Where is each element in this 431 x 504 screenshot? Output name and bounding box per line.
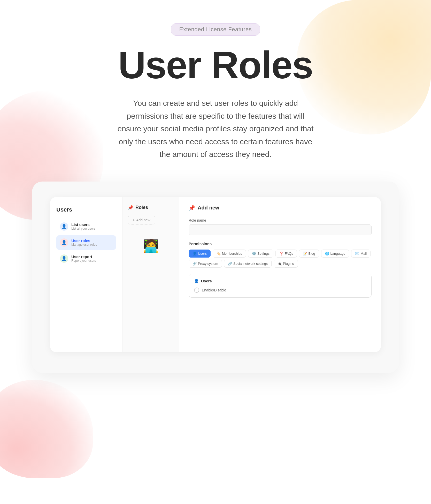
perm-tag-blog[interactable]: 📝 Blog bbox=[299, 250, 319, 258]
permission-box-icon: 👤 bbox=[194, 279, 199, 283]
enable-disable-label: Enable/Disable bbox=[202, 288, 226, 292]
users-tag-icon: 👤 bbox=[193, 252, 197, 255]
list-users-label: List users bbox=[71, 222, 95, 227]
enable-disable-row: Enable/Disable bbox=[194, 288, 366, 293]
roles-title: Roles bbox=[135, 205, 148, 210]
permissions-label: Permissions bbox=[189, 242, 372, 246]
perm-tag-proxy[interactable]: 🔗 Proxy system bbox=[189, 260, 222, 268]
user-report-sub: Report your users bbox=[71, 259, 96, 262]
list-users-sub: List all your users bbox=[71, 227, 95, 230]
perm-tag-plugins[interactable]: 🔌 Plugins bbox=[274, 260, 298, 268]
role-name-label: Role name bbox=[189, 218, 372, 222]
blog-tag-icon: 📝 bbox=[303, 252, 307, 255]
roles-header: 📌 Roles bbox=[128, 205, 174, 210]
sidebar-item-user-report[interactable]: 👤 User report Report your users bbox=[56, 251, 116, 266]
panel-header: 📌 Add new bbox=[189, 205, 372, 211]
panel-header-label: Add new bbox=[198, 205, 219, 211]
sidebar-title: Users bbox=[56, 206, 116, 213]
ui-card: Users 👤 List users List all your users 👤… bbox=[32, 182, 399, 373]
memberships-tag-label: Memberships bbox=[222, 252, 242, 255]
memberships-tag-icon: 🏷️ bbox=[217, 252, 221, 255]
social-tag-label: Social network settings bbox=[233, 262, 268, 266]
page-content: Extended License Features User Roles You… bbox=[0, 0, 431, 373]
sidebar: Users 👤 List users List all your users 👤… bbox=[50, 197, 122, 352]
plugins-tag-label: Plugins bbox=[283, 262, 294, 266]
enable-disable-toggle[interactable] bbox=[194, 288, 199, 293]
faqs-tag-label: FAQs bbox=[285, 252, 293, 255]
sidebar-item-user-roles[interactable]: 👤 User roles Manage user roles bbox=[56, 235, 116, 250]
roles-column: 📌 Roles + Add new 🧑‍💻 bbox=[122, 197, 179, 352]
add-new-role-button[interactable]: + Add new bbox=[128, 216, 155, 224]
user-roles-icon: 👤 bbox=[60, 238, 68, 247]
perm-tag-faqs[interactable]: ❓ FAQs bbox=[275, 250, 297, 258]
settings-tag-icon: ⚙️ bbox=[252, 252, 256, 255]
license-badge: Extended License Features bbox=[171, 23, 260, 36]
panel-pin-icon: 📌 bbox=[189, 205, 195, 211]
permission-box-title: Users bbox=[201, 279, 212, 283]
blog-tag-label: Blog bbox=[308, 252, 315, 255]
list-users-icon: 👤 bbox=[60, 222, 68, 231]
bg-blob-pink-bottom bbox=[0, 380, 93, 478]
plugins-tag-icon: 🔌 bbox=[278, 262, 282, 266]
add-new-panel: 📌 Add new Role name Permissions 👤 Users … bbox=[179, 197, 381, 352]
page-title: User Roles bbox=[118, 46, 313, 84]
roles-empty-state: 🧑‍💻 bbox=[128, 231, 174, 253]
proxy-tag-label: Proxy system bbox=[198, 262, 218, 266]
language-tag-icon: 🌐 bbox=[325, 252, 329, 255]
users-tag-label: Users bbox=[198, 252, 207, 255]
permission-box: 👤 Users Enable/Disable bbox=[189, 274, 372, 298]
ui-inner: Users 👤 List users List all your users 👤… bbox=[50, 197, 381, 352]
proxy-tag-icon: 🔗 bbox=[193, 262, 197, 266]
permissions-tags: 👤 Users 🏷️ Memberships ⚙️ Settings ❓ bbox=[189, 250, 372, 268]
settings-tag-label: Settings bbox=[257, 252, 270, 255]
perm-tag-users[interactable]: 👤 Users bbox=[189, 250, 211, 258]
perm-tag-mail[interactable]: ✉️ Mail bbox=[351, 250, 371, 258]
add-new-btn-label: Add new bbox=[136, 218, 150, 222]
perm-tag-memberships[interactable]: 🏷️ Memberships bbox=[213, 250, 246, 258]
sidebar-item-list-users[interactable]: 👤 List users List all your users bbox=[56, 219, 116, 234]
empty-state-icon: 🧑‍💻 bbox=[143, 238, 159, 253]
user-report-icon: 👤 bbox=[60, 254, 68, 263]
language-tag-label: Language bbox=[330, 252, 345, 255]
user-roles-label: User roles bbox=[71, 238, 97, 243]
faqs-tag-icon: ❓ bbox=[279, 252, 283, 255]
perm-tag-social-network[interactable]: 🔗 Social network settings bbox=[224, 260, 272, 268]
main-content: 📌 Roles + Add new 🧑‍💻 📌 Add ne bbox=[122, 197, 381, 352]
permission-box-header: 👤 Users bbox=[194, 279, 366, 283]
page-description: You can create and set user roles to qui… bbox=[117, 97, 314, 161]
social-tag-icon: 🔗 bbox=[228, 262, 232, 266]
perm-tag-language[interactable]: 🌐 Language bbox=[321, 250, 349, 258]
user-report-label: User report bbox=[71, 254, 96, 259]
plus-icon: + bbox=[133, 218, 135, 222]
role-name-input[interactable] bbox=[189, 224, 372, 235]
mail-tag-icon: ✉️ bbox=[355, 252, 359, 255]
roles-pin-icon: 📌 bbox=[128, 205, 133, 210]
user-roles-sub: Manage user roles bbox=[71, 243, 97, 246]
mail-tag-label: Mail bbox=[360, 252, 367, 255]
perm-tag-settings[interactable]: ⚙️ Settings bbox=[248, 250, 273, 258]
